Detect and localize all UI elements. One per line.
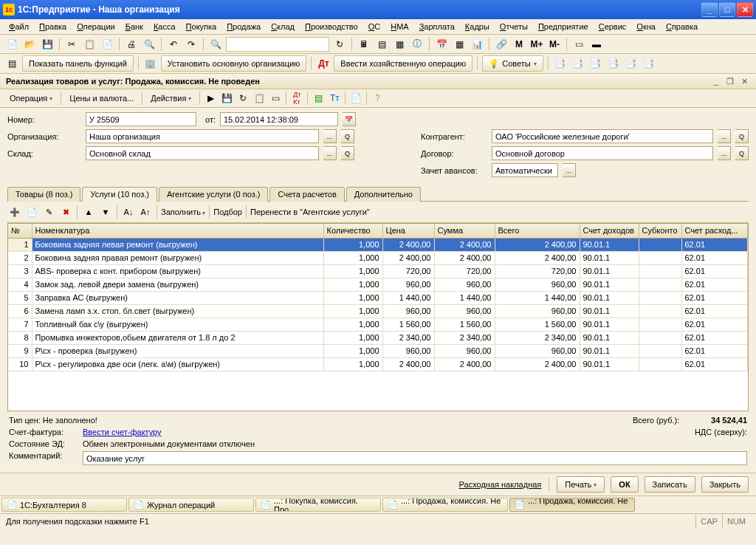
- sort-desc-icon[interactable]: A↑: [138, 205, 153, 219]
- advance-field[interactable]: Автоматически: [492, 163, 558, 177]
- add-row-icon[interactable]: ➕: [7, 205, 22, 219]
- tips-button[interactable]: 💡 Советы: [482, 55, 543, 72]
- form-icon[interactable]: ▭: [571, 37, 586, 52]
- basis-icon[interactable]: 📋: [252, 91, 267, 106]
- m-plus-button[interactable]: M+: [529, 37, 544, 52]
- column-header[interactable]: Субконто: [639, 224, 681, 238]
- column-header[interactable]: Цена: [382, 224, 434, 238]
- open-icon[interactable]: 📂: [22, 37, 37, 52]
- structure-icon[interactable]: ▭: [268, 91, 283, 106]
- copy-icon[interactable]: 📋: [82, 37, 97, 52]
- ok-button[interactable]: ОК: [611, 476, 638, 493]
- set-org-button[interactable]: Установить основную организацию: [161, 55, 307, 72]
- paste-icon[interactable]: 📄: [100, 37, 114, 52]
- save-button[interactable]: Записать: [645, 476, 695, 493]
- minimize-button[interactable]: _: [701, 2, 718, 17]
- panel-icon[interactable]: ▬: [589, 37, 604, 52]
- link-icon[interactable]: 🔗: [494, 37, 509, 52]
- menu-item[interactable]: Предприятие: [534, 21, 593, 32]
- table-row[interactable]: 4Замок зад. левой двери замена (выгружен…: [8, 278, 748, 291]
- move-down-icon[interactable]: ▼: [98, 205, 113, 219]
- sort-asc-icon[interactable]: A↓: [121, 205, 136, 219]
- selection-button[interactable]: Подбор: [213, 208, 242, 216]
- post-icon[interactable]: ▶: [203, 91, 218, 106]
- move-up-icon[interactable]: ▲: [81, 205, 96, 219]
- table-row[interactable]: 6Замена ламп з.х. стоп. бл.свет (выгруже…: [8, 304, 748, 318]
- menu-item[interactable]: Зарплата: [415, 21, 459, 32]
- table-row[interactable]: 7Топливный бак с\у (выгружен)1,0001 560,…: [8, 318, 748, 331]
- tab[interactable]: Товары (8 поз.): [7, 187, 80, 202]
- taskbar-item[interactable]: 📄...: Покупка, комиссия. Про...: [255, 498, 381, 512]
- taskbar-item[interactable]: 📄Журнал операций: [128, 498, 254, 512]
- column-header[interactable]: №: [8, 224, 32, 238]
- menu-item[interactable]: Операции: [72, 21, 119, 32]
- org-field[interactable]: Наша организация: [86, 129, 319, 143]
- counterparty-select-button[interactable]: ...: [718, 129, 731, 143]
- menu-item[interactable]: Кадры: [461, 21, 494, 32]
- show-functions-panel-button[interactable]: Показать панель функций: [22, 55, 134, 72]
- create-invoice-link[interactable]: Ввести счет-фактуру: [83, 428, 162, 436]
- date-field[interactable]: 15.02.2014 12:38:09: [220, 112, 338, 126]
- column-header[interactable]: Номенклатура: [32, 224, 323, 238]
- report6-icon[interactable]: 📑: [642, 56, 656, 71]
- report-icon[interactable]: 📄: [348, 91, 363, 106]
- column-header[interactable]: Всего: [495, 224, 580, 238]
- org-icon[interactable]: 🏢: [143, 56, 158, 71]
- comment-field[interactable]: Оказание услуг: [83, 451, 747, 465]
- save-doc-icon[interactable]: 💾: [219, 91, 234, 106]
- functions-panel-icon[interactable]: ▤: [4, 56, 19, 71]
- edit-row-icon[interactable]: ✎: [41, 205, 56, 219]
- enter-operation-button[interactable]: Ввести хозяйственную операцию: [334, 55, 472, 72]
- column-header[interactable]: Сумма: [434, 224, 495, 238]
- table-row[interactable]: 10Р\сх - регулировка две оси (легк. а\м)…: [8, 357, 748, 371]
- table-row[interactable]: 3ABS- проверка с конт. прибором (выгруже…: [8, 264, 748, 278]
- report2-icon[interactable]: 📑: [571, 56, 585, 71]
- advance-select-button[interactable]: ...: [563, 163, 576, 177]
- menu-item[interactable]: Склад: [267, 21, 299, 32]
- filter-icon[interactable]: Тт: [327, 91, 342, 106]
- counterparty-field[interactable]: ОАО 'Российские железные дороги': [492, 129, 713, 143]
- save-icon[interactable]: 💾: [40, 37, 55, 52]
- operation-icon[interactable]: Дт: [316, 56, 331, 71]
- contract-field[interactable]: Основной договор: [492, 146, 713, 160]
- info-icon[interactable]: ⓘ: [410, 37, 425, 52]
- doc-close-button[interactable]: ✕: [738, 76, 750, 86]
- services-table[interactable]: №НоменклатураКоличествоЦенаСуммаВсегоСче…: [7, 223, 749, 411]
- prices-currency-button[interactable]: Цены и валюта...: [64, 91, 139, 106]
- search-input[interactable]: [226, 37, 329, 52]
- close-doc-button[interactable]: Закрыть: [701, 476, 749, 493]
- number-field[interactable]: У 25509: [86, 112, 196, 126]
- taskbar-item[interactable]: 📄...: Продажа, комиссия. Не ...: [382, 498, 508, 512]
- menu-item[interactable]: НМА: [386, 21, 413, 32]
- list-icon[interactable]: ▦: [392, 37, 407, 52]
- menu-item[interactable]: Касса: [149, 21, 180, 32]
- taskbar-item[interactable]: 📄1С:Бухгалтерия 8: [1, 498, 127, 512]
- column-header[interactable]: Количество: [323, 224, 382, 238]
- print-icon[interactable]: 🖨: [124, 37, 139, 52]
- report3-icon[interactable]: 📑: [588, 56, 603, 71]
- close-button[interactable]: ✕: [737, 2, 753, 17]
- menu-item[interactable]: Отчеты: [495, 21, 532, 32]
- report5-icon[interactable]: 📑: [624, 56, 639, 71]
- new-icon[interactable]: 📄: [4, 37, 19, 52]
- contract-open-button[interactable]: Q: [735, 146, 749, 160]
- copy-row-icon[interactable]: 📄: [24, 205, 39, 219]
- window-icon[interactable]: ▤: [374, 37, 389, 52]
- waybill-link[interactable]: Расходная накладная: [459, 480, 542, 489]
- org-select-button[interactable]: ...: [323, 129, 337, 143]
- fill-button[interactable]: Заполнить: [161, 208, 205, 216]
- doc-minimize-button[interactable]: _: [710, 76, 722, 86]
- move-to-agent-button[interactable]: Перенести в "Агентские услуги": [250, 208, 370, 216]
- dtkt-icon[interactable]: ДтКт: [289, 91, 304, 106]
- table-row[interactable]: 2Боковина задняя правая ремонт (выгружен…: [8, 251, 748, 264]
- help-icon[interactable]: ?: [370, 91, 385, 106]
- menu-item[interactable]: Окна: [632, 21, 660, 32]
- menu-item[interactable]: Банк: [121, 21, 148, 32]
- warehouse-open-button[interactable]: Q: [341, 146, 354, 160]
- print-button[interactable]: Печать: [557, 476, 605, 493]
- warehouse-field[interactable]: Основной склад: [86, 146, 319, 160]
- counterparty-open-button[interactable]: Q: [735, 129, 749, 143]
- operation-menu[interactable]: Операция: [4, 91, 58, 106]
- undo-icon[interactable]: ↶: [166, 37, 181, 52]
- tree-icon[interactable]: ▤: [311, 91, 326, 106]
